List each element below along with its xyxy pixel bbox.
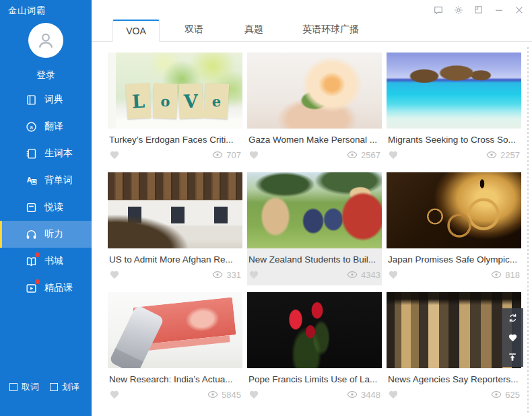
selection-translate-checkbox[interactable]: 划译 xyxy=(50,381,79,393)
svg-text:a: a xyxy=(30,123,33,130)
sidebar-item-reading[interactable]: 悦读 xyxy=(0,194,92,221)
article-title[interactable]: Pope Francis Limits Use of La... xyxy=(247,374,382,384)
feedback-icon[interactable] xyxy=(432,4,444,15)
quick-actions-panel xyxy=(502,308,523,367)
user-icon xyxy=(34,29,57,52)
close-icon[interactable] xyxy=(513,4,525,15)
view-count: 707 xyxy=(226,150,241,160)
article-thumbnail[interactable] xyxy=(108,292,242,368)
article-title[interactable]: Turkey’s Erdogan Faces Criti... xyxy=(108,135,242,145)
settings-icon[interactable] xyxy=(453,4,464,15)
view-count: 818 xyxy=(505,270,520,280)
views-icon xyxy=(486,149,497,160)
article-title[interactable]: US to Admit More Afghan Re... xyxy=(108,254,242,265)
sidebar-item-dictionary[interactable]: 词典 xyxy=(0,86,92,113)
views-icon xyxy=(347,149,358,160)
sidebar-item-label: 听力 xyxy=(44,228,63,240)
view-count: 5845 xyxy=(222,390,241,400)
views-icon xyxy=(347,389,358,400)
article-card[interactable]: L o V e Turkey’s Erdogan Faces Criti... … xyxy=(108,53,242,166)
sidebar-footer: 取词 划译 xyxy=(9,381,79,393)
views-icon xyxy=(347,269,358,280)
tab-global-radio[interactable]: 英语环球广播 xyxy=(294,19,368,41)
article-thumbnail[interactable] xyxy=(387,292,521,368)
minimize-icon[interactable] xyxy=(493,4,504,15)
app-title: 金山词霸 xyxy=(8,5,46,17)
like-icon[interactable] xyxy=(109,149,120,160)
refresh-button[interactable] xyxy=(502,308,523,328)
tab-voa[interactable]: VOA xyxy=(112,20,160,42)
article-card[interactable]: Migrants Seeking to Cross So... 2257 xyxy=(387,53,521,166)
photo-letter: L xyxy=(126,83,152,119)
sidebar-item-wordbook[interactable]: 生词本 xyxy=(0,140,92,167)
article-thumbnail[interactable] xyxy=(387,172,521,248)
login-button[interactable]: 登录 xyxy=(0,69,92,81)
article-card[interactable]: Japan Promises Safe Olympic... 818 xyxy=(387,172,521,285)
sidebar-item-label: 背单词 xyxy=(44,174,73,186)
article-title[interactable]: Japan Promises Safe Olympic... xyxy=(387,254,521,265)
tab-exam[interactable]: 真题 xyxy=(230,19,277,41)
article-thumbnail[interactable] xyxy=(387,53,521,129)
article-title[interactable]: New Research: India’s Actua... xyxy=(108,374,242,384)
view-stats: 707 xyxy=(212,149,241,160)
refresh-icon xyxy=(507,312,519,324)
article-card[interactable]: Gaza Women Make Personal ... 2567 xyxy=(247,53,382,166)
view-count: 3448 xyxy=(361,390,380,400)
article-card[interactable]: Pope Francis Limits Use of La... 3448 xyxy=(247,292,382,405)
view-stats: 625 xyxy=(491,389,520,400)
article-title[interactable]: News Agencies Say Reporters... xyxy=(387,374,521,384)
bookstore-icon xyxy=(24,254,38,268)
sidebar-item-flashcards[interactable]: AB 背单词 xyxy=(0,167,92,194)
sidebar-item-label: 书城 xyxy=(44,255,63,267)
view-stats: 818 xyxy=(491,269,520,280)
wordbook-icon xyxy=(24,147,38,160)
article-thumbnail[interactable] xyxy=(247,172,382,248)
back-to-top-button[interactable] xyxy=(502,347,523,367)
article-thumbnail[interactable] xyxy=(247,53,382,129)
checkbox-icon xyxy=(50,383,58,391)
sidebar-item-courses[interactable]: 精品课 xyxy=(0,275,92,302)
article-thumbnail[interactable]: L o V e xyxy=(108,53,242,129)
like-icon[interactable] xyxy=(248,149,259,160)
views-icon xyxy=(212,269,223,280)
article-card[interactable]: New Zealand Students to Buil... 4343 xyxy=(247,172,382,285)
svg-text:B: B xyxy=(32,179,35,184)
article-card[interactable]: New Research: India’s Actua... 5845 xyxy=(108,292,242,405)
like-icon[interactable] xyxy=(109,269,120,280)
view-stats: 2257 xyxy=(486,149,520,160)
capture-word-checkbox[interactable]: 取词 xyxy=(9,381,39,393)
photo-letter: o xyxy=(153,83,178,119)
avatar[interactable] xyxy=(28,23,63,58)
photo-letter: V xyxy=(178,83,203,119)
sidebar-item-bookstore[interactable]: 书城 xyxy=(0,248,92,275)
like-icon[interactable] xyxy=(248,389,259,400)
like-icon[interactable] xyxy=(109,389,120,400)
view-stats: 3448 xyxy=(347,389,380,400)
article-card[interactable]: News Agencies Say Reporters... 625 xyxy=(387,292,521,405)
view-stats: 5845 xyxy=(207,389,241,400)
article-thumbnail[interactable] xyxy=(108,172,242,248)
like-icon[interactable] xyxy=(388,269,399,280)
tab-bilingual[interactable]: 双语 xyxy=(170,19,218,41)
like-icon[interactable] xyxy=(248,269,259,280)
views-icon xyxy=(491,269,502,280)
like-icon[interactable] xyxy=(388,149,399,160)
article-thumbnail[interactable] xyxy=(247,292,382,368)
sidebar-item-translate[interactable]: a 翻译 xyxy=(0,113,92,140)
views-icon xyxy=(212,149,223,160)
view-count: 2567 xyxy=(361,150,380,160)
view-stats: 2567 xyxy=(347,149,380,160)
article-title[interactable]: Migrants Seeking to Cross So... xyxy=(387,135,521,145)
like-icon[interactable] xyxy=(388,389,399,400)
scrollbar[interactable] xyxy=(527,47,529,415)
restore-icon[interactable] xyxy=(473,4,484,15)
article-title[interactable]: Gaza Women Make Personal ... xyxy=(247,135,382,145)
sidebar-item-listening[interactable]: 听力 xyxy=(0,221,92,248)
main-panel: VOA 双语 真题 英语环球广播 L o V e Turkey’s Erdoga… xyxy=(92,0,532,416)
article-card[interactable]: US to Admit More Afghan Re... 331 xyxy=(108,172,242,285)
listening-icon xyxy=(24,228,38,241)
article-title[interactable]: New Zealand Students to Buil... xyxy=(247,254,382,265)
favorite-button[interactable] xyxy=(502,328,523,347)
dictionary-icon xyxy=(24,93,38,106)
view-count: 625 xyxy=(505,390,520,400)
